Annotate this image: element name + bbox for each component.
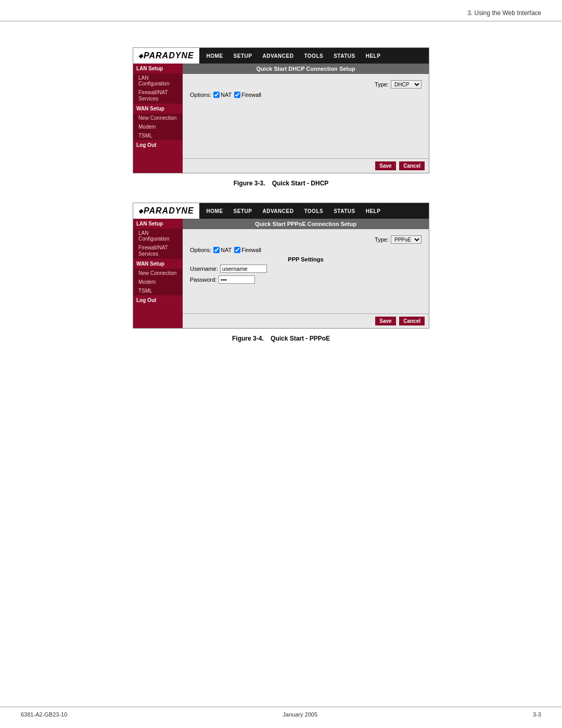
nat-checkbox-2[interactable]: NAT bbox=[213, 247, 232, 253]
main-panel-2: Quick Start PPPoE Connection Setup Type:… bbox=[183, 219, 429, 328]
nat-check-1[interactable] bbox=[213, 92, 220, 98]
nav-advanced-1[interactable]: ADVANCED bbox=[257, 48, 299, 64]
cancel-button-1[interactable]: Cancel bbox=[399, 161, 425, 170]
logo-1: ◆PARADYNE bbox=[133, 48, 199, 64]
logo-star-1: ◆ bbox=[138, 53, 143, 59]
sidebar-item-logout-2[interactable]: Log Out bbox=[133, 295, 183, 305]
nav-setup-2[interactable]: SETUP bbox=[228, 203, 258, 219]
panel-title-1: Quick Start DHCP Connection Setup bbox=[183, 64, 429, 74]
sidebar-1: LAN Setup LAN Configuration Firewall/NAT… bbox=[133, 64, 183, 173]
nav-status-2[interactable]: STATUS bbox=[328, 203, 361, 219]
footer-center: January 2005 bbox=[283, 711, 317, 718]
logo-2: ◆PARADYNE bbox=[133, 203, 199, 219]
firewall-label-1: Firewall bbox=[241, 92, 261, 98]
panel-content-1: Type: DHCP PPPoE Static Options: NAT bbox=[183, 74, 429, 158]
firewall-check-1[interactable] bbox=[234, 92, 240, 98]
header-text: 3. Using the Web Interface bbox=[467, 9, 541, 17]
sidebar-section-wan-1: WAN Setup bbox=[133, 104, 183, 114]
options-row-2: Options: NAT Firewall bbox=[190, 247, 422, 253]
username-row: Username: bbox=[190, 265, 422, 273]
nav-items-1: HOME SETUP ADVANCED TOOLS STATUS HELP bbox=[201, 48, 386, 64]
nav-advanced-2[interactable]: ADVANCED bbox=[257, 203, 299, 219]
ppp-settings-header: PPP Settings bbox=[190, 256, 422, 262]
cancel-button-2[interactable]: Cancel bbox=[399, 317, 425, 325]
figure2-caption: Figure 3-4. Quick Start - PPPoE bbox=[42, 335, 520, 342]
sidebar-item-tsml-2[interactable]: TSML bbox=[133, 286, 183, 295]
sidebar-item-new-conn-2[interactable]: New Connection bbox=[133, 269, 183, 278]
save-button-1[interactable]: Save bbox=[375, 161, 395, 170]
nav-setup-1[interactable]: SETUP bbox=[228, 48, 258, 64]
router-body-2: LAN Setup LAN Configuration Firewall/NAT… bbox=[133, 219, 429, 328]
password-input[interactable] bbox=[219, 275, 255, 284]
firewall-check-2[interactable] bbox=[234, 247, 240, 253]
firewall-checkbox-1[interactable]: Firewall bbox=[234, 92, 261, 98]
password-label: Password: bbox=[190, 277, 216, 283]
logo-text-2: PARADYNE bbox=[144, 206, 194, 216]
sidebar-item-lan-config-2[interactable]: LAN Configuration bbox=[133, 229, 183, 243]
logo-text-1: PARADYNE bbox=[144, 51, 194, 60]
nav-tools-1[interactable]: TOOLS bbox=[299, 48, 328, 64]
save-button-2[interactable]: Save bbox=[375, 317, 395, 325]
username-label: Username: bbox=[190, 266, 218, 272]
page-header: 3. Using the Web Interface bbox=[0, 0, 562, 21]
firewall-checkbox-2[interactable]: Firewall bbox=[234, 247, 261, 253]
nav-home-1[interactable]: HOME bbox=[201, 48, 228, 64]
sidebar-item-new-conn-1[interactable]: New Connection bbox=[133, 114, 183, 122]
nav-bar-1: ◆PARADYNE HOME SETUP ADVANCED TOOLS STAT… bbox=[133, 48, 429, 64]
nav-tools-2[interactable]: TOOLS bbox=[299, 203, 328, 219]
main-panel-1: Quick Start DHCP Connection Setup Type: … bbox=[183, 64, 429, 173]
panel-content-2: Type: PPPoE DHCP Static Options: NAT bbox=[183, 229, 429, 313]
nav-items-2: HOME SETUP ADVANCED TOOLS STATUS HELP bbox=[201, 203, 386, 219]
nav-help-2[interactable]: HELP bbox=[361, 203, 386, 219]
nav-bar-2: ◆PARADYNE HOME SETUP ADVANCED TOOLS STAT… bbox=[133, 203, 429, 219]
username-input[interactable] bbox=[220, 265, 267, 273]
type-row-2: Type: PPPoE DHCP Static bbox=[190, 235, 422, 244]
type-row-1: Type: DHCP PPPoE Static bbox=[190, 80, 422, 89]
nav-home-2[interactable]: HOME bbox=[201, 203, 228, 219]
router-body-1: LAN Setup LAN Configuration Firewall/NAT… bbox=[133, 64, 429, 173]
password-row: Password: bbox=[190, 275, 422, 284]
nav-status-1[interactable]: STATUS bbox=[328, 48, 361, 64]
nat-label-2: NAT bbox=[221, 247, 232, 253]
sidebar-item-firewall-2[interactable]: Firewall/NAT Services bbox=[133, 243, 183, 259]
firewall-label-2: Firewall bbox=[241, 247, 261, 253]
panel-footer-1: Save Cancel bbox=[183, 158, 429, 173]
figure1-caption: Figure 3-3. Quick Start - DHCP bbox=[42, 180, 520, 187]
type-select-1[interactable]: DHCP PPPoE Static bbox=[391, 80, 422, 89]
sidebar-item-lan-config-1[interactable]: LAN Configuration bbox=[133, 73, 183, 88]
logo-star-2: ◆ bbox=[138, 208, 143, 215]
options-row-1: Options: NAT Firewall bbox=[190, 92, 422, 98]
sidebar-item-modem-1[interactable]: Modem bbox=[133, 122, 183, 131]
sidebar-section-wan-2: WAN Setup bbox=[133, 259, 183, 269]
nat-checkbox-1[interactable]: NAT bbox=[213, 92, 232, 98]
sidebar-item-modem-2[interactable]: Modem bbox=[133, 278, 183, 286]
page-footer: 6381-A2-GB23-10 January 2005 3-3 bbox=[0, 707, 562, 718]
sidebar-section-lan-2: LAN Setup bbox=[133, 219, 183, 229]
nav-help-1[interactable]: HELP bbox=[361, 48, 386, 64]
type-label-1: Type: bbox=[375, 81, 389, 87]
type-select-2[interactable]: PPPoE DHCP Static bbox=[391, 235, 422, 244]
sidebar-section-lan-1: LAN Setup bbox=[133, 64, 183, 73]
nat-label-1: NAT bbox=[221, 92, 232, 98]
sidebar-item-tsml-1[interactable]: TSML bbox=[133, 131, 183, 140]
type-label-2: Type: bbox=[375, 236, 389, 243]
sidebar-item-firewall-1[interactable]: Firewall/NAT Services bbox=[133, 88, 183, 104]
options-label-2: Options: bbox=[190, 247, 211, 253]
sidebar-item-logout-1[interactable]: Log Out bbox=[133, 140, 183, 150]
panel-footer-2: Save Cancel bbox=[183, 313, 429, 328]
panel-title-2: Quick Start PPPoE Connection Setup bbox=[183, 219, 429, 229]
router-frame-2: ◆PARADYNE HOME SETUP ADVANCED TOOLS STAT… bbox=[133, 203, 429, 329]
sidebar-2: LAN Setup LAN Configuration Firewall/NAT… bbox=[133, 219, 183, 328]
options-label-1: Options: bbox=[190, 92, 211, 98]
router-frame-1: ◆PARADYNE HOME SETUP ADVANCED TOOLS STAT… bbox=[133, 47, 429, 173]
footer-right: 3-3 bbox=[533, 711, 541, 718]
footer-left: 6381-A2-GB23-10 bbox=[21, 711, 67, 718]
content-area: ◆PARADYNE HOME SETUP ADVANCED TOOLS STAT… bbox=[0, 37, 562, 379]
nat-check-2[interactable] bbox=[213, 247, 220, 253]
